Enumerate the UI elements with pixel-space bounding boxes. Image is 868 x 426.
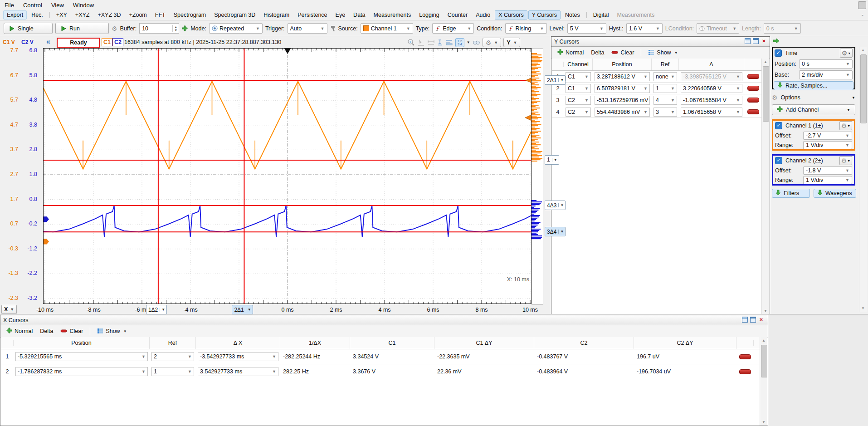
rate-samples-button[interactable]: Rate, Samples... [774,81,853,90]
hysteresis-select[interactable]: 1.6 V▼ [626,23,663,34]
tab-counter[interactable]: Counter [444,10,471,20]
tab-rec-[interactable]: Rec. [28,10,47,20]
x-cursors-scrollbar[interactable]: ▲ ▼ [760,337,767,426]
cursor-delta-field[interactable]: 1.067615658 V▼ [681,108,742,117]
cursor-deltax-field[interactable]: -3.542927733 ms▼ [198,352,278,361]
channel2-checkbox[interactable]: ✓ [775,157,782,164]
add-delta-cursor-button[interactable]: Delta [589,49,606,57]
tab-data[interactable]: Data [350,10,369,20]
search-zoom-icon[interactable] [473,38,480,47]
horizontal-ruler-icon[interactable] [427,38,435,47]
condition-select[interactable]: Rising▼ [505,23,547,34]
remove-cursor-button[interactable] [747,86,759,91]
tab-eye[interactable]: Eye [332,10,349,20]
remove-cursor-button[interactable] [739,369,751,374]
settings-scrollbar[interactable]: ▲ ▼ [859,47,867,312]
add-delta-cursor-button[interactable]: Delta [38,327,55,335]
time-gear-button[interactable]: ⚙▼ [840,49,853,58]
clear-cursors-button[interactable]: Clear [609,49,636,57]
cursor-ref-select[interactable]: 2▼ [151,352,194,361]
level-select[interactable]: 5 V▼ [567,23,606,34]
x-cursor2-chip[interactable]: 2Δ1▼ [232,305,253,314]
cursor-position-field[interactable]: -513.167259786 mV▼ [595,96,650,105]
cursor-position-field[interactable]: -1.786287832 ms▼ [15,367,148,376]
channel2-gear-button[interactable]: ⚙▼ [839,156,852,165]
trigger-select[interactable]: Auto▼ [288,23,327,34]
tab-notes[interactable]: Notes [561,10,584,20]
cursor-lines-icon[interactable] [445,38,453,47]
tab--xy[interactable]: +XY [53,10,71,20]
channel1-badge[interactable]: C1 [102,38,112,46]
menu-control[interactable]: Control [19,1,47,10]
channel1-gear-button[interactable]: ⚙▼ [839,121,852,130]
cursor-ref-select[interactable]: 3▼ [653,108,677,117]
cursor-channel-select[interactable]: C1▼ [566,84,591,93]
cursor-delta-field[interactable]: -1.0676156584 V▼ [681,96,742,105]
tab-persistence[interactable]: Persistence [294,10,331,20]
tab--xyz-3d[interactable]: +XYZ 3D [94,10,124,20]
y-cursor4-chip[interactable]: 4Δ3▼ [545,201,566,210]
tab-digital[interactable]: Digital [590,10,613,20]
tab-y-cursors[interactable]: Y Cursors [528,10,561,20]
show-menu-button[interactable]: Show▼ [95,327,129,336]
y-axis-button[interactable]: Y▼ [503,38,520,47]
cursor-position-field[interactable]: 6.507829181 V▼ [595,84,650,93]
close-window-icon[interactable]: ✕ [761,38,767,44]
add-normal-cursor-button[interactable]: Normal [4,327,35,336]
pointer-measure-icon[interactable] [418,38,425,47]
source-select[interactable]: Channel 1▼ [361,23,413,34]
scope-plot[interactable] [43,48,532,304]
cursor-ref-select[interactable]: 4▼ [653,96,677,105]
y-cursors-scrollbar[interactable]: ▲ ▼ [761,59,769,314]
channel1-offset-select[interactable]: -2.7 V▼ [803,132,852,140]
y-cursors-title-bar[interactable]: Y Cursors ✕ [551,37,770,47]
close-window-icon[interactable]: ✕ [758,317,764,323]
add-icon[interactable] [182,25,188,31]
add-normal-cursor-button[interactable]: Normal [555,48,586,57]
wavegens-button[interactable]: Wavegens [814,189,856,198]
vertical-ruler-icon[interactable] [437,38,443,47]
remove-cursor-button[interactable] [739,354,751,359]
cursor-deltax-field[interactable]: 3.542927733 ms▼ [198,367,278,376]
cursor-ref-select[interactable]: 1▼ [151,367,194,376]
float-window-icon[interactable] [742,317,748,323]
single-button[interactable]: Single [4,23,53,34]
menu-file[interactable]: File [0,1,19,10]
menu-window[interactable]: Window [68,1,98,10]
tab-overflow[interactable]: - [862,12,863,18]
channel2-badge[interactable]: C2 [112,38,123,46]
spinner-arrows-icon[interactable]: ▲▼ [172,25,179,32]
y-cursor2-chip[interactable]: 2Δ1▼ [545,75,566,85]
tab-histogram[interactable]: Histogram [260,10,293,20]
cursor-channel-select[interactable]: C1▼ [566,72,591,81]
cursor-ref-select[interactable]: 1▼ [653,84,677,93]
channel1-range-select[interactable]: 1 V/div▼ [803,141,852,149]
clear-cursors-button[interactable]: Clear [58,327,85,335]
collapse-left-icon[interactable]: « [46,38,50,46]
cursor-ref-select[interactable]: none▼ [653,72,677,81]
tab-spectrogram[interactable]: Spectrogram [170,10,210,20]
mode-select[interactable]: Repeated▼ [209,23,263,34]
remove-cursor-button[interactable] [747,74,759,79]
tab-fft[interactable]: FFT [151,10,169,20]
chevron-down-icon[interactable]: ▼ [467,40,470,44]
channel2-range-select[interactable]: 1 V/div▼ [803,176,852,184]
trigger-source-icon[interactable] [330,25,336,32]
maximize-window-icon[interactable] [753,38,759,44]
channel1-checkbox[interactable]: ✓ [775,122,782,129]
remove-cursor-button[interactable] [747,98,759,103]
run-button[interactable]: Run [55,23,109,34]
x-cursors-title-bar[interactable]: X Cursors ✕ [0,315,768,325]
time-base-select[interactable]: 2 ms/div▼ [799,70,853,79]
tab--xyz[interactable]: +XYZ [72,10,93,20]
channel2-offset-select[interactable]: -1.8 V▼ [803,166,852,175]
quad-view-button[interactable]: 1 23 4 [455,38,464,47]
tab--zoom[interactable]: +Zoom [126,10,151,20]
cursor-position-field[interactable]: -5.329215565 ms▼ [15,352,148,361]
tab-audio[interactable]: Audio [472,10,494,20]
time-position-select[interactable]: 0 s▼ [799,59,853,69]
cursor-channel-select[interactable]: C2▼ [566,96,591,105]
cursor-delta-field[interactable]: 3.220640569 V▼ [681,84,742,93]
tab-spectrogram-3d[interactable]: Spectrogram 3D [210,10,259,20]
x-axis-button[interactable]: X▼ [1,305,17,314]
